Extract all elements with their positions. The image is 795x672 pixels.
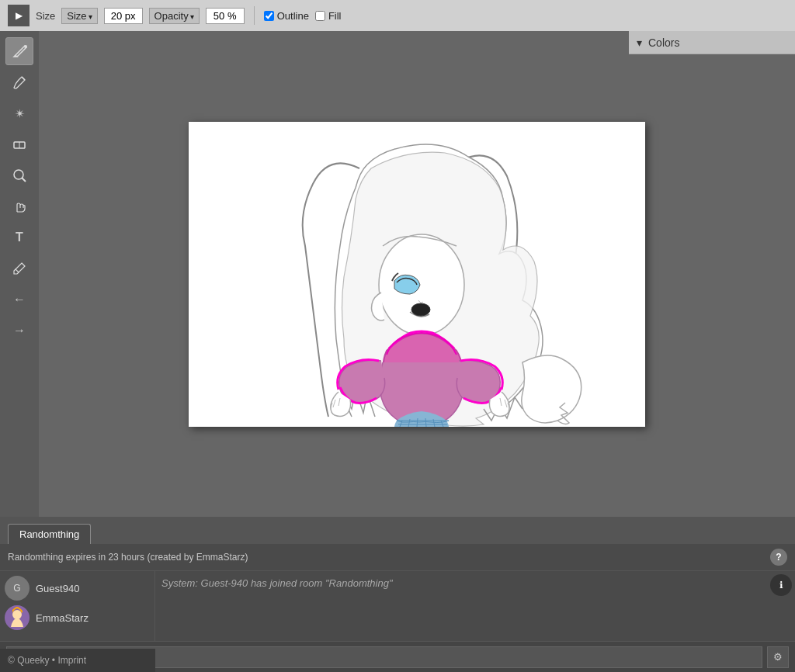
room-info-text: Randomthing expires in 23 hours (created… (8, 552, 248, 563)
text-icon: T (16, 230, 23, 244)
svg-line-5 (22, 178, 26, 182)
send-icon: ⚙ (773, 651, 783, 663)
chat-content: G Guest940 EmmaStarz (0, 571, 795, 641)
spiro-icon: ✴ (15, 106, 25, 121)
fill-group: Fill (315, 10, 342, 22)
size-dropdown-label: Size (67, 10, 86, 22)
arrow-left-tool-button[interactable]: ← (5, 286, 33, 313)
outline-label: Outline (277, 10, 309, 22)
play-icon: ▶ (16, 10, 23, 21)
system-message: System: Guest-940 has joined room "Rando… (161, 577, 393, 589)
size-label: Size (36, 10, 55, 22)
svg-point-8 (411, 303, 430, 316)
footer-text: © Queeky • Imprint (8, 655, 86, 666)
avatar-icon: G (13, 583, 20, 594)
drawing-canvas[interactable] (189, 122, 645, 427)
notification-button[interactable]: ℹ (770, 574, 792, 596)
eraser-tool-button[interactable] (5, 130, 33, 158)
left-toolbar: ✴ T ← → (0, 31, 39, 517)
zoom-icon (11, 167, 28, 184)
chat-send-button[interactable]: ⚙ (767, 646, 789, 668)
opacity-dropdown[interactable]: Opacity (149, 8, 200, 24)
canvas-area[interactable] (39, 31, 795, 517)
zoom-tool-button[interactable] (5, 161, 33, 189)
fill-label: Fill (328, 10, 342, 22)
opacity-value[interactable]: 50 % (206, 8, 245, 24)
opacity-chevron-icon (190, 10, 194, 22)
play-button[interactable]: ▶ (8, 5, 30, 26)
fill-checkbox[interactable] (315, 11, 325, 21)
colors-title: Colors (648, 36, 679, 49)
brush-icon (11, 74, 28, 91)
eyedropper-tool-button[interactable] (5, 255, 33, 282)
size-value[interactable]: 20 px (104, 8, 143, 24)
user-item-emmastarz[interactable]: EmmaStarz (5, 605, 150, 630)
arrow-left-icon: ← (13, 293, 26, 307)
arrow-right-tool-button[interactable]: → (5, 317, 33, 345)
hand-icon (11, 198, 28, 215)
opacity-label: Opacity (154, 10, 189, 22)
hand-tool-button[interactable] (5, 192, 33, 220)
emmastarz-avatar-image (5, 605, 30, 630)
arrow-right-icon: → (13, 324, 26, 338)
svg-point-0 (24, 45, 27, 48)
user-avatar-guest940: G (5, 576, 30, 601)
user-name-guest940: Guest940 (36, 583, 79, 594)
user-avatar-emmastarz (5, 605, 30, 630)
room-tab[interactable]: Randomthing (8, 524, 91, 544)
top-toolbar: ▶ Size Size 20 px Opacity 50 % Outline F… (0, 0, 795, 31)
eraser-icon (11, 136, 28, 153)
drawing-svg (189, 122, 645, 427)
colors-panel-header[interactable]: ▾ Colors (629, 31, 795, 54)
brush-tool-button[interactable] (5, 68, 33, 96)
pen-tool-button[interactable] (5, 37, 33, 65)
user-list: G Guest940 EmmaStarz (0, 571, 155, 641)
chat-messages: System: Guest-940 has joined room "Rando… (155, 571, 767, 641)
user-item[interactable]: G Guest940 (5, 576, 150, 601)
help-button[interactable]: ? (770, 549, 787, 566)
room-info-bar: Randomthing expires in 23 hours (created… (0, 544, 795, 571)
outline-group: Outline (264, 10, 309, 22)
outline-checkbox[interactable] (264, 11, 274, 21)
footer: © Queeky • Imprint (0, 649, 155, 672)
spiro-tool-button[interactable]: ✴ (5, 99, 33, 127)
room-tabs: Randomthing (0, 517, 795, 544)
colors-chevron-icon: ▾ (637, 36, 642, 49)
size-chevron-icon (89, 10, 92, 22)
user-name-emmastarz: EmmaStarz (36, 612, 89, 624)
text-tool-button[interactable]: T (5, 223, 33, 251)
svg-line-1 (22, 77, 25, 80)
separator (254, 6, 255, 25)
eyedropper-icon (11, 260, 28, 277)
svg-point-7 (379, 234, 464, 335)
chat-messages-area: System: Guest-940 has joined room "Rando… (155, 571, 795, 641)
pen-icon (11, 43, 28, 60)
size-dropdown[interactable]: Size (61, 8, 97, 24)
